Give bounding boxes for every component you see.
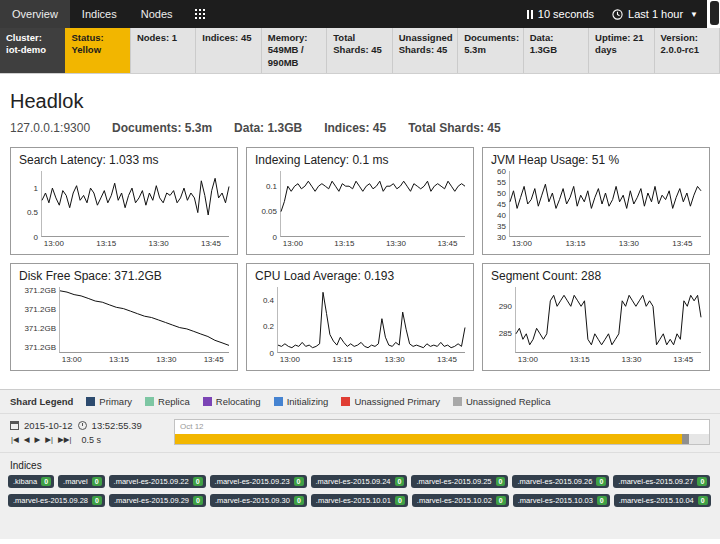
index-badge[interactable]: .marvel-es-2015.09.290 — [109, 494, 206, 507]
fast-forward-button[interactable]: ▶▶| — [57, 435, 72, 444]
index-badge[interactable]: .marvel-es-2015.09.300 — [210, 494, 307, 507]
index-badge[interactable]: .marvel-es-2015.09.230 — [210, 475, 307, 488]
legend-label: Primary — [99, 396, 132, 407]
chart-plot: 00.5113:0013:1513:3013:45 — [41, 171, 229, 237]
index-badge[interactable]: .marvel-es-2015.09.280 — [8, 494, 105, 507]
index-badge[interactable]: .marvel-es-2015.09.240 — [311, 475, 408, 488]
index-name: .marvel-es-2015.10.01 — [316, 496, 391, 505]
chart-panel-cpu-load-average: CPU Load Average: 0.19300.20.413:0013:15… — [246, 263, 474, 371]
index-name: .marvel-es-2015.09.24 — [316, 477, 391, 486]
x-tick-label: 13:00 — [512, 239, 532, 248]
chart-panel-jvm-heap-usage: JVM Heap Usage: 51 %3035404550556013:001… — [482, 147, 710, 255]
y-tick-label: 45 — [492, 200, 506, 209]
index-badge[interactable]: .kibana0 — [8, 475, 54, 488]
y-tick-label: 0 — [20, 233, 38, 242]
timeline-marker[interactable] — [682, 434, 689, 444]
y-tick-label: 1 — [20, 184, 38, 193]
x-tick-label: 13:00 — [62, 355, 82, 364]
clock-icon — [612, 9, 623, 20]
y-tick-label: 0 — [256, 349, 274, 358]
nav-tabs: Overview Indices Nodes — [0, 0, 215, 28]
x-tick-label: 13:00 — [283, 239, 303, 248]
chart-title: JVM Heap Usage: 51 % — [491, 153, 701, 167]
shard-legend: Shard Legend PrimaryReplicaRelocatingIni… — [0, 390, 720, 414]
x-axis: 13:0013:1513:3013:45 — [60, 354, 229, 366]
chart-line-svg — [60, 287, 229, 353]
y-tick-label: 371.2GB — [20, 286, 56, 295]
x-tick-label: 13:30 — [386, 239, 406, 248]
y-tick-label: 40 — [492, 211, 506, 220]
indices-list: .kibana0.marvel0.marvel-es-2015.09.220.m… — [0, 475, 720, 507]
y-tick-label: 0.05 — [256, 207, 277, 216]
nav-right: 10 seconds Last 1 hour ▼ — [518, 0, 707, 28]
cluster-cell-3: Indices: 45 — [196, 28, 261, 73]
x-axis: 13:0013:1513:3013:45 — [42, 238, 229, 250]
shard-legend-items: PrimaryReplicaRelocatingInitializingUnas… — [86, 396, 550, 407]
timeline-slider[interactable]: Oct 12 — [174, 419, 710, 445]
cluster-cell-4: Memory: 549MB / 990MB — [262, 28, 327, 73]
x-tick-label: 13:00 — [280, 355, 300, 364]
index-badge[interactable]: .marvel-es-2015.10.040 — [614, 494, 711, 507]
index-count-badge: 0 — [496, 477, 506, 486]
charts-grid: Search Latency: 1.033 ms00.5113:0013:151… — [10, 147, 710, 371]
index-badge[interactable]: .marvel-es-2015.09.270 — [613, 475, 710, 488]
cluster-cell-7: Documents: 5.3m — [458, 28, 523, 73]
index-name: .marvel-es-2015.09.22 — [114, 477, 189, 486]
step-back-button[interactable]: ◀ — [23, 435, 31, 444]
pause-icon — [527, 10, 533, 19]
index-badge[interactable]: .marvel0 — [58, 475, 105, 488]
indices-row-1: .marvel-es-2015.09.280.marvel-es-2015.09… — [8, 494, 712, 507]
chart-line-svg — [516, 287, 701, 353]
x-tick-label: 13:15 — [334, 239, 354, 248]
cluster-cell-2: Nodes: 1 — [131, 28, 196, 73]
index-badge[interactable]: .marvel-es-2015.09.250 — [411, 475, 508, 488]
legend-swatch — [341, 397, 350, 406]
apps-grid-icon[interactable] — [185, 0, 215, 28]
rewind-button[interactable]: |◀ — [10, 435, 20, 444]
chart-panel-indexing-latency: Indexing Latency: 0.1 ms00.050.113:0013:… — [246, 147, 474, 255]
tab-nodes[interactable]: Nodes — [129, 0, 185, 28]
time-range-button[interactable]: Last 1 hour ▼ — [603, 0, 707, 28]
timeline: 2015-10-12 13:52:55.39 |◀◀▶▶|▶▶| 0.5 s O… — [0, 414, 720, 452]
index-badge[interactable]: .marvel-es-2015.10.030 — [513, 494, 610, 507]
x-tick-label: 13:45 — [204, 355, 224, 364]
cluster-bar: Cluster: iot-demoStatus: YellowNodes: 1I… — [0, 28, 720, 74]
index-badge[interactable]: .marvel-es-2015.10.010 — [311, 494, 408, 507]
index-badge[interactable]: .marvel-es-2015.10.020 — [412, 494, 509, 507]
legend-label: Unassigned Primary — [354, 396, 440, 407]
chart-plot: 3035404550556013:0013:1513:3013:45 — [509, 171, 701, 237]
index-badge[interactable]: .marvel-es-2015.09.220 — [109, 475, 206, 488]
chart-title: Segment Count: 288 — [491, 269, 701, 283]
timeline-progress — [175, 434, 682, 444]
x-tick-label: 13:00 — [44, 239, 64, 248]
tab-overview[interactable]: Overview — [0, 0, 70, 28]
step-forward-button[interactable]: ▶| — [44, 435, 54, 444]
scrollbar-thumb[interactable] — [710, 1, 719, 25]
x-axis: 13:0013:1513:3013:45 — [278, 354, 465, 366]
y-tick-label: 30 — [492, 233, 506, 242]
legend-swatch — [274, 397, 283, 406]
x-tick-label: 13:15 — [332, 355, 352, 364]
play-button[interactable]: ▶ — [34, 435, 42, 444]
y-tick-label: 285 — [492, 329, 512, 338]
legend-swatch — [145, 397, 154, 406]
bottom-section: Shard Legend PrimaryReplicaRelocatingIni… — [0, 389, 720, 539]
timeline-controls-panel: 2015-10-12 13:52:55.39 |◀◀▶▶|▶▶| 0.5 s — [10, 420, 162, 445]
node-stat-0: Documents: 5.3m — [112, 121, 212, 135]
x-tick-label: 13:45 — [201, 239, 221, 248]
x-tick-label: 13:15 — [96, 239, 116, 248]
refresh-interval-button[interactable]: 10 seconds — [518, 0, 603, 28]
legend-label: Replica — [158, 396, 190, 407]
y-tick-label: 290 — [492, 302, 512, 311]
index-count-badge: 0 — [92, 477, 102, 486]
timeline-date[interactable]: 2015-10-12 — [24, 420, 73, 431]
x-tick-label: 13:30 — [621, 355, 641, 364]
index-badge[interactable]: .marvel-es-2015.09.260 — [512, 475, 609, 488]
stopwatch-icon — [78, 421, 87, 430]
x-tick-label: 13:15 — [565, 239, 585, 248]
tab-indices[interactable]: Indices — [70, 0, 129, 28]
index-count-badge: 0 — [92, 496, 102, 505]
index-count-badge: 0 — [294, 477, 304, 486]
chart-title: Indexing Latency: 0.1 ms — [255, 153, 465, 167]
x-axis: 13:0013:1513:3013:45 — [510, 238, 701, 250]
